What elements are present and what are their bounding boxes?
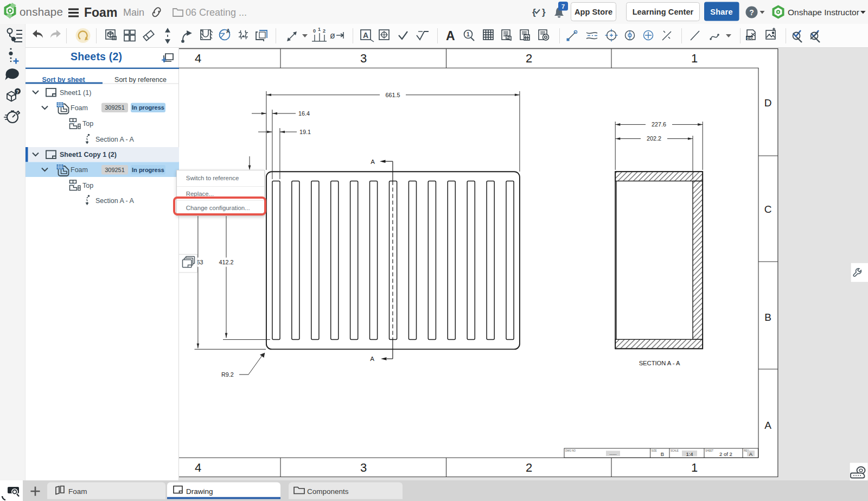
svg-text:309251: 309251 bbox=[105, 167, 125, 173]
svg-text:227.6: 227.6 bbox=[652, 121, 666, 128]
svg-text:Top: Top bbox=[82, 182, 93, 189]
svg-text:A: A bbox=[749, 451, 753, 457]
svg-text:A: A bbox=[370, 356, 374, 362]
svg-text:Foam: Foam bbox=[68, 487, 87, 496]
svg-text:7: 7 bbox=[561, 3, 565, 10]
svg-text:1: 1 bbox=[691, 461, 698, 474]
svg-text:3: 3 bbox=[360, 52, 367, 65]
svg-text:SIZE: SIZE bbox=[652, 449, 657, 452]
svg-text:202.2: 202.2 bbox=[647, 135, 661, 142]
svg-text:A: A bbox=[764, 420, 771, 431]
svg-text:In progress: In progress bbox=[132, 104, 164, 111]
svg-text:1: 1 bbox=[691, 52, 698, 65]
svg-text:?: ? bbox=[16, 89, 19, 94]
svg-text:SCALE: SCALE bbox=[671, 449, 679, 452]
svg-text:3: 3 bbox=[360, 461, 367, 474]
svg-text:Foam: Foam bbox=[71, 166, 88, 174]
svg-text:Sort by sheet: Sort by sheet bbox=[42, 76, 85, 84]
svg-text:Sort by reference: Sort by reference bbox=[114, 76, 167, 84]
svg-text:A: A bbox=[226, 28, 230, 34]
svg-text:C: C bbox=[764, 204, 772, 215]
svg-text:4: 4 bbox=[195, 52, 201, 65]
svg-text:D: D bbox=[764, 97, 772, 109]
svg-text:1: 1 bbox=[318, 27, 321, 32]
svg-text:Learning Center: Learning Center bbox=[633, 8, 694, 16]
svg-text:Drawing: Drawing bbox=[186, 487, 213, 496]
svg-text:Sheet1 (1): Sheet1 (1) bbox=[60, 89, 91, 97]
svg-text:2 of 2: 2 of 2 bbox=[719, 451, 732, 457]
svg-text:Onshape Instructor: Onshape Instructor bbox=[788, 8, 859, 17]
svg-text:onshape: onshape bbox=[20, 5, 63, 18]
svg-text:B: B bbox=[764, 312, 771, 323]
svg-text:Section A - A: Section A - A bbox=[95, 197, 135, 205]
svg-text:661.5: 661.5 bbox=[385, 92, 400, 98]
svg-text:Share: Share bbox=[710, 8, 732, 16]
svg-text:R9.2: R9.2 bbox=[221, 371, 234, 378]
svg-text:0: 0 bbox=[313, 28, 316, 34]
svg-text:Top: Top bbox=[82, 120, 93, 128]
svg-text:DWG NO: DWG NO bbox=[565, 449, 576, 452]
svg-text:?: ? bbox=[749, 8, 754, 17]
svg-text:SHEET: SHEET bbox=[705, 449, 713, 452]
svg-text:App Store: App Store bbox=[575, 8, 612, 16]
svg-text:B: B bbox=[661, 451, 664, 457]
svg-text:4: 4 bbox=[195, 461, 201, 474]
svg-text:Sheets (2): Sheets (2) bbox=[71, 50, 122, 62]
svg-text:2: 2 bbox=[526, 52, 532, 65]
svg-text:16.4: 16.4 bbox=[298, 110, 310, 117]
svg-text:Components: Components bbox=[307, 487, 349, 496]
svg-text:Foam: Foam bbox=[84, 5, 117, 20]
svg-text:SECTION A - A: SECTION A - A bbox=[639, 360, 680, 366]
svg-text:06 Creating ...: 06 Creating ... bbox=[186, 7, 247, 18]
svg-text:412.2: 412.2 bbox=[219, 259, 233, 265]
svg-text:A: A bbox=[371, 158, 375, 165]
svg-text:ø: ø bbox=[330, 31, 335, 40]
svg-text:A: A bbox=[363, 31, 368, 40]
svg-text:Foam: Foam bbox=[71, 104, 88, 112]
svg-text:}: } bbox=[542, 7, 546, 17]
svg-text:DXF: DXF bbox=[747, 36, 754, 40]
svg-text:Section A - A: Section A - A bbox=[95, 136, 135, 143]
svg-text:Sheet1 Copy 1 (2): Sheet1 Copy 1 (2) bbox=[60, 151, 117, 158]
svg-text:1: 1 bbox=[467, 31, 470, 37]
svg-text:2: 2 bbox=[526, 461, 532, 474]
svg-text:Main: Main bbox=[123, 7, 144, 18]
svg-text:-----: ----- bbox=[609, 452, 617, 456]
svg-text:In progress: In progress bbox=[132, 167, 164, 173]
svg-text:2: 2 bbox=[323, 28, 326, 34]
svg-text:A: A bbox=[446, 29, 455, 43]
svg-text:1:4: 1:4 bbox=[686, 451, 693, 457]
svg-text:309251: 309251 bbox=[105, 104, 125, 111]
svg-text:19.1: 19.1 bbox=[299, 129, 311, 135]
